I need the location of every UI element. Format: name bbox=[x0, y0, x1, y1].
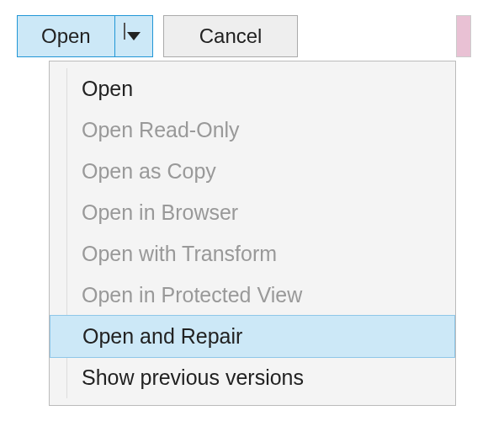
menu-item-open-read-only: Open Read-Only bbox=[50, 109, 455, 151]
menu-item-label: Open as Copy bbox=[82, 159, 216, 183]
menu-item-label: Open bbox=[82, 77, 133, 100]
menu-item-label: Open with Transform bbox=[82, 242, 277, 265]
vertical-divider bbox=[456, 15, 471, 57]
chevron-down-icon bbox=[127, 32, 141, 40]
open-dropdown-menu: OpenOpen Read-OnlyOpen as CopyOpen in Br… bbox=[49, 61, 456, 406]
menu-item-label: Show previous versions bbox=[82, 365, 304, 389]
menu-item-open-and-repair[interactable]: Open and Repair bbox=[50, 315, 455, 358]
open-button[interactable]: Open bbox=[18, 16, 115, 56]
menu-item-label: Open in Browser bbox=[82, 200, 238, 224]
menu-item-open-as-copy: Open as Copy bbox=[50, 151, 455, 192]
open-split-button[interactable]: Open bbox=[17, 15, 153, 57]
menu-item-label: Open Read-Only bbox=[82, 118, 240, 141]
menu-item-open-in-protected-view: Open in Protected View bbox=[50, 275, 455, 316]
menu-item-open[interactable]: Open bbox=[50, 68, 455, 109]
menu-item-show-previous-versions[interactable]: Show previous versions bbox=[50, 357, 455, 398]
menu-item-open-in-browser: Open in Browser bbox=[50, 192, 455, 233]
menu-item-open-with-transform: Open with Transform bbox=[50, 233, 455, 275]
open-dropdown-arrow[interactable] bbox=[115, 16, 152, 56]
cancel-button[interactable]: Cancel bbox=[163, 15, 299, 57]
dialog-button-row: Open Cancel bbox=[17, 15, 471, 57]
open-button-label: Open bbox=[41, 24, 91, 48]
cancel-button-label: Cancel bbox=[199, 24, 263, 48]
menu-item-label: Open in Protected View bbox=[82, 283, 302, 307]
menu-item-label: Open and Repair bbox=[82, 324, 242, 348]
